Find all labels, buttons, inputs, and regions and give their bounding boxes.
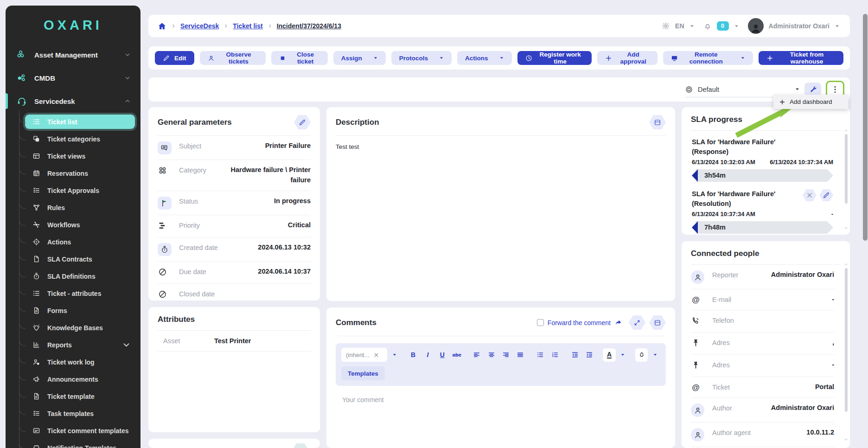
edit-parameters-button[interactable]: [294, 115, 311, 129]
toolbar-button-close-ticket[interactable]: Close ticket: [271, 51, 327, 65]
align-left-button[interactable]: [471, 348, 483, 362]
panel-scroll-down[interactable]: [844, 437, 848, 442]
panel-toggle-button[interactable]: [292, 443, 309, 448]
sidebar-item-ticket-categories[interactable]: Ticket categories: [25, 132, 135, 146]
sidebar-item-ticket-list[interactable]: Ticket list: [25, 115, 135, 129]
panel-scrollbar-thumb[interactable]: [845, 268, 848, 412]
editor-toolbar: (inherit... B I U abc: [341, 348, 660, 362]
add-dashboard-menu-item[interactable]: Add dashboard: [773, 95, 849, 109]
sidebar-item-ticket-views[interactable]: Ticket views: [25, 149, 135, 163]
user-menu-caret-icon[interactable]: [835, 24, 840, 29]
toolbar-button-observe-tickets[interactable]: Observe tickets: [200, 51, 266, 65]
sla-remove-button[interactable]: [803, 189, 817, 201]
highlight-color-caret[interactable]: [650, 348, 660, 362]
toolbar-button-remote-connection[interactable]: Remote connection: [663, 51, 753, 65]
collapse-panel-button[interactable]: [649, 115, 666, 129]
toolbar-button-edit[interactable]: Edit: [155, 51, 194, 65]
font-color-caret[interactable]: [618, 348, 628, 362]
align-justify-button[interactable]: [514, 348, 527, 362]
sidebar-item-notification-templates[interactable]: Notification Templates: [25, 441, 135, 448]
font-color-button[interactable]: A: [603, 348, 615, 362]
sidebar-item-actions[interactable]: Actions: [25, 235, 135, 249]
sidebar-item-sla-contracts[interactable]: SLA Contracts: [25, 252, 135, 266]
parameter-label: Priority: [179, 220, 229, 230]
page-scrollbar-thumb[interactable]: [863, 14, 868, 241]
italic-button[interactable]: I: [421, 348, 434, 362]
sidebar-item-announcements[interactable]: Announcements: [25, 372, 135, 386]
sidebar-item-task-templates[interactable]: Task templates: [25, 406, 135, 421]
font-family-caret[interactable]: [389, 348, 400, 362]
sla-edit-button[interactable]: [819, 189, 833, 201]
toolbar-button-add-approval[interactable]: Add approval: [597, 51, 657, 65]
sidebar-item-label: Ticket comment templates: [47, 427, 129, 435]
person-value: Administrator Oxari: [762, 403, 834, 413]
home-icon[interactable]: [158, 22, 166, 31]
bullet-list-button[interactable]: [534, 348, 547, 362]
sidebar-item-reports[interactable]: Reports: [25, 338, 135, 352]
bold-button[interactable]: B: [407, 348, 419, 362]
chev-up-icon: [125, 98, 130, 104]
alignL-icon: [473, 351, 480, 358]
sidebar-item-label: Actions: [47, 238, 71, 246]
alignR-icon: [502, 351, 510, 358]
copy-icon: [32, 135, 40, 143]
align-right-button[interactable]: [499, 348, 512, 362]
panel-scrollbar-thumb[interactable]: [845, 134, 848, 204]
comment-input[interactable]: Your comment: [336, 390, 666, 448]
expand-comments-button[interactable]: [629, 315, 645, 330]
user-avatar[interactable]: [748, 18, 764, 34]
sidebar-item-rules[interactable]: Rules: [25, 200, 135, 215]
settings-gear-icon[interactable]: [662, 22, 670, 30]
language-caret-icon[interactable]: [689, 24, 695, 29]
person-value: -: [762, 294, 834, 305]
font-family-field[interactable]: (inherit...: [341, 348, 387, 362]
person-label: Adres: [712, 338, 762, 348]
sidebar-item-ticket-attributes[interactable]: Ticket - attributes: [25, 286, 135, 301]
sidebar-item-ticket-comment-templates[interactable]: Ticket comment templates: [25, 423, 135, 438]
stopwatch-icon: [160, 245, 169, 254]
forward-comment-label[interactable]: Forward the comment: [548, 319, 611, 326]
sidebar-section-asset-management[interactable]: Asset Management: [6, 43, 140, 66]
numbered-list-button[interactable]: [549, 348, 561, 362]
strikethrough-button[interactable]: abc: [451, 348, 463, 362]
sidebar-item-label: Ticket list: [47, 118, 77, 126]
toolbar-button-protocols[interactable]: Protocols: [391, 51, 452, 65]
panel-scroll-up[interactable]: [844, 128, 848, 133]
toolbar-button-register-work-time[interactable]: Register work time: [517, 51, 592, 65]
sidebar-item-ticket-template[interactable]: Ticket template: [25, 389, 135, 403]
notification-caret-icon[interactable]: [734, 24, 739, 29]
language-selector[interactable]: EN: [675, 22, 684, 30]
indent-button[interactable]: [583, 348, 595, 362]
notification-bell-icon[interactable]: [703, 22, 712, 30]
breadcrumb-link-servicedesk[interactable]: ServiceDesk: [180, 22, 219, 30]
clear-font-icon[interactable]: [373, 352, 379, 358]
sidebar-item-forms[interactable]: Forms: [25, 303, 135, 318]
toolbar-button-assign[interactable]: Assign: [333, 51, 386, 65]
underline-button[interactable]: U: [436, 348, 448, 362]
collapse-panel-button[interactable]: [649, 315, 666, 330]
panel-scroll-down[interactable]: [844, 226, 848, 230]
chev-right-icon: [171, 24, 176, 28]
sidebar-section-cmdb[interactable]: CMDB: [6, 66, 140, 90]
sidebar-item-ticket-work-log[interactable]: Ticket work log: [25, 355, 135, 369]
panel-scroll-up[interactable]: [844, 262, 848, 267]
align-center-button[interactable]: [485, 348, 498, 362]
sidebar-item-reservations[interactable]: Reservations: [25, 166, 135, 180]
parameter-value: Hardware failure \ Printer failure: [229, 165, 311, 186]
droplet-icon: [638, 351, 645, 358]
sidebar-section-servicedesk[interactable]: Servicedesk: [6, 90, 140, 113]
sidebar-item-ticket-approvals[interactable]: Ticket Approvals: [25, 183, 135, 198]
toolbar-button-ticket-from-warehouse[interactable]: Ticket from warehouse: [759, 51, 843, 65]
forward-comment-checkbox[interactable]: [537, 319, 544, 326]
sidebar-item-sla-definitions[interactable]: SLA Definitions: [25, 269, 135, 283]
templates-button[interactable]: Templates: [341, 366, 385, 380]
breadcrumb-link-ticket-list[interactable]: Ticket list: [233, 22, 262, 30]
toolbar-button-actions[interactable]: Actions: [457, 51, 512, 65]
outdent-button[interactable]: [568, 348, 581, 362]
caret-down-icon: [499, 56, 504, 60]
breadcrumb: ServiceDesk Ticket list Incident/37/2024…: [158, 22, 341, 31]
sidebar-item-workflows[interactable]: Workflows: [25, 218, 135, 232]
highlight-color-button[interactable]: [635, 348, 648, 362]
person-value: Portal: [762, 382, 834, 392]
sidebar-item-knowledge-bases[interactable]: Knowledge Bases: [25, 320, 135, 335]
